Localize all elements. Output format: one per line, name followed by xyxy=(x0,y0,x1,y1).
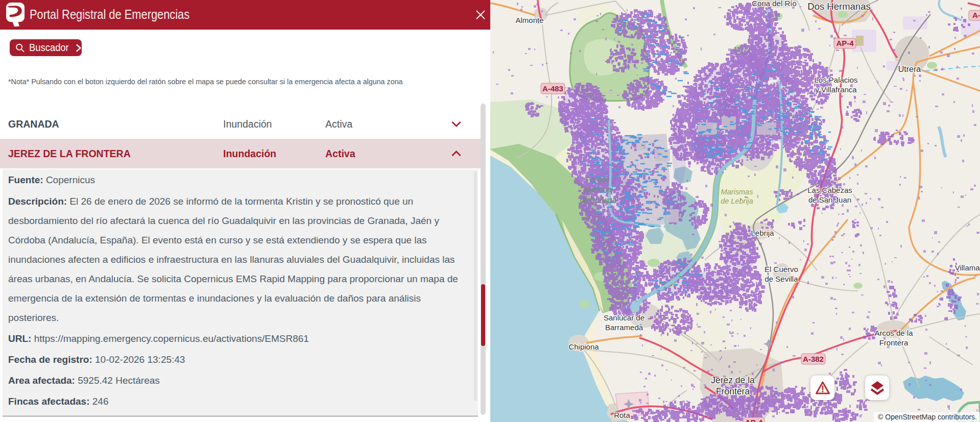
svg-text:Rota: Rota xyxy=(614,411,630,419)
svg-text:Dos Hermanas: Dos Hermanas xyxy=(807,1,870,12)
svg-text:Nacional: Nacional xyxy=(584,186,613,194)
svg-text:Frontera: Frontera xyxy=(716,386,750,396)
svg-text:Chipiona: Chipiona xyxy=(568,342,599,351)
svg-text:A-483: A-483 xyxy=(542,84,563,93)
svg-text:AP-4: AP-4 xyxy=(745,418,763,422)
svg-text:Frontera: Frontera xyxy=(879,338,909,347)
svg-text:A-382: A-382 xyxy=(803,355,824,363)
svg-text:AP-4: AP-4 xyxy=(836,39,854,47)
svg-text:A-9: A-9 xyxy=(972,11,980,19)
svg-text:Sanlúcar de: Sanlúcar de xyxy=(604,313,644,322)
svg-text:Marismas: Marismas xyxy=(721,188,753,196)
svg-text:Los Palacios: Los Palacios xyxy=(814,76,857,84)
svg-text:Arcos de la: Arcos de la xyxy=(874,329,913,337)
svg-text:y Villafranca: y Villafranca xyxy=(815,85,857,94)
svg-text:Utrera: Utrera xyxy=(898,65,921,73)
svg-text:de Doñana: de Doñana xyxy=(580,196,616,204)
svg-text:de San Juan: de San Juan xyxy=(808,195,851,204)
svg-text:Parque: Parque xyxy=(586,176,610,184)
svg-text:Villamartín: Villamartín xyxy=(955,263,980,272)
svg-text:de Lebrija: de Lebrija xyxy=(721,197,753,205)
svg-text:Jerez de la: Jerez de la xyxy=(711,375,755,385)
svg-text:Las Cabezas: Las Cabezas xyxy=(807,186,852,194)
svg-text:Coria del Río: Coria del Río xyxy=(752,0,797,8)
svg-text:Lebrija: Lebrija xyxy=(751,229,774,237)
svg-text:de Sevilla: de Sevilla xyxy=(764,275,798,283)
svg-text:Almonte: Almonte xyxy=(515,16,543,24)
svg-text:Barrameda: Barrameda xyxy=(605,323,643,332)
svg-text:El Cuervo: El Cuervo xyxy=(764,265,798,274)
